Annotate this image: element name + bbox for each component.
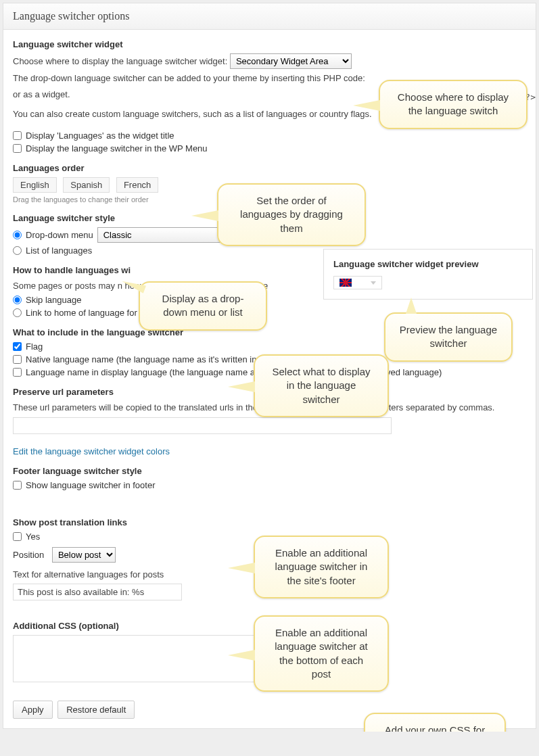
lang-chip[interactable]: English [13,177,57,193]
callout-footer: Enable an additional language switcher i… [254,536,389,598]
postlinks-yes-input[interactable] [13,532,22,541]
cb-wp-menu[interactable]: Display the language switcher in the WP … [13,143,526,153]
callout-include: Select what to display in the language s… [254,354,389,417]
restore-button[interactable]: Restore default [57,701,135,719]
cb-widget-title-input[interactable] [13,131,22,140]
options-panel: Language switcher options Language switc… [3,3,536,729]
postlinks-position-label: Position [13,550,44,560]
cb-wp-menu-input[interactable] [13,144,22,153]
include-native-input[interactable] [13,355,22,364]
style-radio-dropdown[interactable] [13,231,22,239]
callout-css: Add your own CSS for the language switch… [364,713,506,732]
missing-radio-link[interactable] [13,308,22,317]
apply-button[interactable]: Apply [13,701,53,719]
footer-cb-label: Show language switcher in footer [26,480,156,490]
widget-area-select[interactable]: Secondary Widget Area [230,53,352,69]
callout-order: Set the order of languages by dragging t… [217,183,366,246]
postlinks-alt-input[interactable] [13,584,182,600]
footer-heading: Footer language switcher style [13,466,526,476]
style-radio-list[interactable] [13,246,22,255]
include-display-input[interactable] [13,368,22,377]
widget-heading: Language switcher widget [13,39,526,49]
callout-widget-area: Choose where to display the language swi… [379,80,528,129]
style-radio-list-label: List of languages [26,245,92,256]
chevron-down-icon [371,281,376,285]
footer-cb-input[interactable] [13,481,22,490]
preview-title: Language switcher widget preview [333,259,523,269]
uk-flag-icon [339,279,352,287]
missing-radio-skip[interactable] [13,296,22,304]
include-flag-input[interactable] [13,342,22,351]
order-heading: Languages order [13,163,526,173]
preview-box: Language switcher widget preview [323,249,533,300]
postlinks-position-select[interactable]: Below post [52,547,116,563]
colors-link[interactable]: Edit the language switcher widget colors [13,446,170,456]
widget-desc1-text: The drop-down language switcher can be a… [13,73,365,83]
panel-title: Language switcher options [3,3,536,30]
callout-style: Display as a drop-down menu or list [139,281,267,331]
footer-cb[interactable]: Show language switcher in footer [13,480,526,490]
widget-choose-row: Choose where to display the language swi… [13,53,526,69]
cb-widget-title[interactable]: Display 'Languages' as the widget title [13,131,526,141]
lang-chip[interactable]: French [116,177,158,193]
lang-chip[interactable]: Spanish [63,177,110,193]
panel-body: Language switcher widget Choose where to… [3,30,536,728]
postlinks-yes-label: Yes [26,531,40,542]
cb-widget-title-label: Display 'Languages' as the widget title [26,131,174,141]
missing-radio-skip-label: Skip language [26,295,81,305]
preview-select[interactable] [333,276,382,289]
callout-preview: Preview the language switcher [384,312,513,362]
preserve-input[interactable] [13,417,392,434]
callout-postlinks: Enable an additional language switcher a… [254,615,389,692]
include-flag-label: Flag [26,341,43,352]
widget-choose-label: Choose where to display the language swi… [13,56,227,66]
postlinks-heading: Show post translation links [13,517,526,527]
cb-wp-menu-label: Display the language switcher in the WP … [26,143,208,153]
style-radio-dropdown-label: Drop-down menu [26,230,93,240]
